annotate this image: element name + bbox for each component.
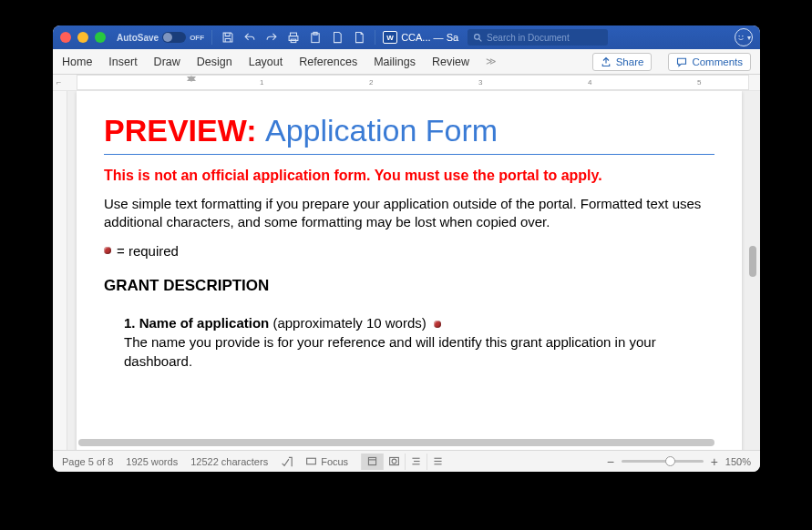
paste-icon[interactable] bbox=[307, 29, 324, 46]
autosave-switch[interactable] bbox=[162, 32, 186, 43]
minimize-window-button[interactable] bbox=[77, 32, 88, 43]
focus-icon bbox=[305, 455, 317, 467]
horizontal-scrollbar[interactable] bbox=[78, 438, 742, 447]
more-tabs-icon[interactable]: ≫ bbox=[486, 56, 497, 67]
form-title: Application Form bbox=[265, 113, 498, 148]
svg-rect-8 bbox=[307, 458, 316, 464]
focus-mode[interactable]: Focus bbox=[305, 455, 348, 467]
share-label: Share bbox=[616, 56, 644, 67]
tab-references[interactable]: References bbox=[299, 56, 357, 68]
required-legend: = required bbox=[104, 243, 714, 259]
required-dot-icon bbox=[104, 247, 111, 254]
zoom-out-button[interactable]: − bbox=[605, 454, 616, 469]
document-title-text: CCA... — Sa bbox=[401, 32, 458, 43]
save-icon[interactable] bbox=[220, 29, 236, 46]
open-icon[interactable] bbox=[351, 29, 367, 46]
zoom-in-button[interactable]: + bbox=[709, 454, 720, 469]
view-mode-buttons bbox=[361, 454, 448, 470]
comments-button[interactable]: Comments bbox=[668, 53, 751, 71]
share-icon bbox=[601, 56, 612, 67]
window-controls bbox=[60, 32, 106, 43]
svg-rect-9 bbox=[369, 457, 376, 464]
word-app-icon: W bbox=[383, 31, 397, 44]
q1-paren: (approximately 10 words) bbox=[272, 315, 426, 331]
zoom-percent[interactable]: 150% bbox=[725, 456, 751, 467]
vertical-scrollbar[interactable] bbox=[747, 91, 758, 450]
ruler-mark: 2 bbox=[369, 78, 373, 87]
redo-icon[interactable] bbox=[263, 29, 280, 46]
tab-insert[interactable]: Insert bbox=[108, 56, 137, 68]
tab-stop-icon[interactable]: ⌐ bbox=[57, 77, 61, 87]
word-count[interactable]: 1925 words bbox=[126, 456, 178, 467]
search-input[interactable] bbox=[487, 33, 602, 43]
horizontal-scroll-thumb[interactable] bbox=[78, 439, 714, 446]
zoom-thumb[interactable] bbox=[665, 456, 675, 466]
svg-rect-0 bbox=[291, 33, 297, 36]
svg-point-5 bbox=[475, 34, 480, 39]
search-box[interactable] bbox=[468, 29, 608, 46]
hanging-indent-marker[interactable] bbox=[187, 76, 196, 81]
q1-desc: The name you provide is for your referen… bbox=[124, 332, 714, 371]
account-button[interactable]: ▾ bbox=[735, 28, 753, 46]
zoom-slider[interactable] bbox=[622, 460, 704, 463]
autosave-label: AutoSave bbox=[117, 33, 159, 43]
page-indicator[interactable]: Page 5 of 8 bbox=[62, 456, 113, 467]
horizontal-ruler[interactable]: ⌐ 1 2 3 4 5 bbox=[53, 75, 760, 91]
print-layout-view[interactable] bbox=[361, 454, 383, 470]
required-dot-icon bbox=[434, 321, 441, 328]
undo-icon[interactable] bbox=[242, 29, 258, 46]
draft-view[interactable] bbox=[427, 454, 448, 470]
svg-point-7 bbox=[743, 36, 744, 36]
section-heading: GRANT DESCRIPTION bbox=[104, 277, 714, 295]
preview-label: PREVIEW: bbox=[104, 113, 257, 148]
vertical-scroll-thumb[interactable] bbox=[749, 246, 756, 277]
tab-design[interactable]: Design bbox=[197, 56, 232, 68]
ruler-mark: 1 bbox=[260, 78, 263, 87]
autosave-state: OFF bbox=[190, 34, 204, 42]
page-title: PREVIEW: Application Form bbox=[104, 113, 714, 148]
svg-rect-1 bbox=[289, 36, 298, 41]
web-layout-view[interactable] bbox=[383, 454, 405, 470]
comments-label: Comments bbox=[692, 56, 743, 67]
required-label: = required bbox=[117, 243, 179, 259]
q1-number: 1. bbox=[124, 315, 136, 331]
document-page[interactable]: PREVIEW: Application Form This is not an… bbox=[77, 91, 742, 450]
tab-mailings[interactable]: Mailings bbox=[374, 56, 416, 68]
close-window-button[interactable] bbox=[60, 32, 71, 43]
ruler-mark: 5 bbox=[697, 78, 701, 87]
question-1: 1. Name of application (approximately 10… bbox=[104, 313, 714, 371]
title-underline bbox=[104, 154, 714, 155]
divider bbox=[211, 30, 212, 45]
char-count[interactable]: 12522 characters bbox=[190, 456, 268, 467]
outline-view[interactable] bbox=[405, 454, 427, 470]
ribbon: Home Insert Draw Design Layout Reference… bbox=[53, 49, 760, 75]
warning-text: This is not an official application form… bbox=[104, 168, 714, 184]
divider bbox=[375, 30, 375, 45]
share-button[interactable]: Share bbox=[592, 53, 653, 71]
zoom-control: − + 150% bbox=[605, 454, 751, 469]
tab-draw[interactable]: Draw bbox=[154, 56, 180, 68]
tab-home[interactable]: Home bbox=[62, 56, 92, 68]
intro-text: Use simple text formatting if you prepar… bbox=[104, 195, 714, 232]
ruler-mark: 4 bbox=[588, 78, 591, 87]
document-title: W CCA... — Sa bbox=[383, 31, 458, 44]
svg-point-12 bbox=[392, 459, 396, 464]
search-icon bbox=[473, 33, 483, 43]
status-bar: Page 5 of 8 1925 words 12522 characters … bbox=[53, 450, 760, 472]
new-doc-icon[interactable] bbox=[329, 29, 345, 46]
svg-point-6 bbox=[739, 36, 740, 36]
vertical-ruler[interactable] bbox=[53, 91, 67, 450]
app-window: AutoSave OFF W CCA... — Sa ▾ Home Insert… bbox=[53, 25, 760, 472]
ruler-mark: 3 bbox=[478, 78, 482, 87]
comments-icon bbox=[676, 56, 687, 67]
spellcheck-icon[interactable] bbox=[281, 455, 293, 467]
q1-name: Name of application bbox=[139, 315, 270, 331]
maximize-window-button[interactable] bbox=[95, 32, 106, 43]
tab-review[interactable]: Review bbox=[432, 56, 469, 68]
tab-layout[interactable]: Layout bbox=[249, 56, 283, 68]
print-icon[interactable] bbox=[285, 29, 302, 46]
autosave-toggle[interactable]: AutoSave OFF bbox=[117, 32, 204, 43]
titlebar: AutoSave OFF W CCA... — Sa ▾ bbox=[53, 25, 760, 49]
document-area: PREVIEW: Application Form This is not an… bbox=[53, 91, 760, 450]
